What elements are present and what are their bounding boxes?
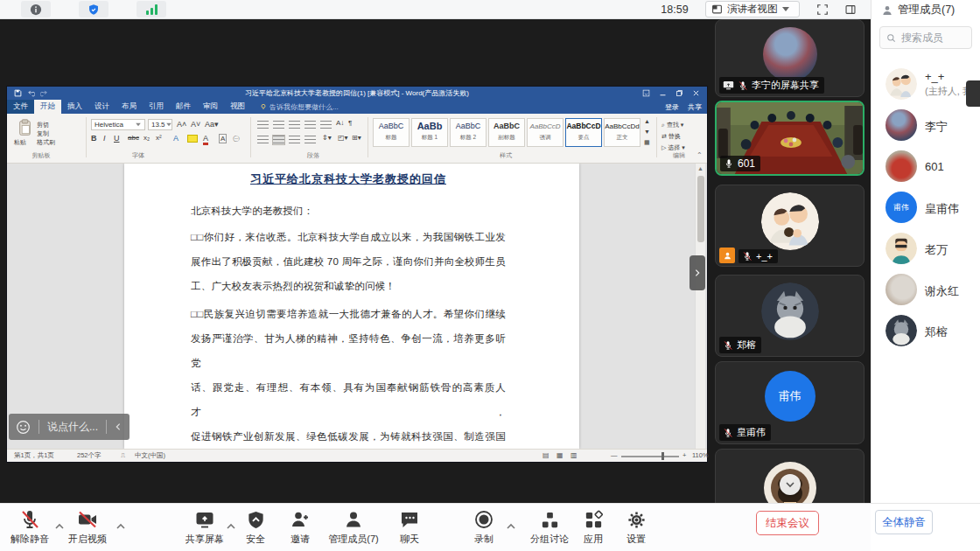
scroll-up-arrow[interactable]: ▲	[696, 164, 705, 174]
tab-view[interactable]: 视图	[224, 100, 251, 114]
style-emphasis[interactable]: AaBbCcD强调	[527, 118, 564, 147]
subscript-button[interactable]: x₂	[144, 134, 150, 142]
member-row[interactable]: 郑榕	[872, 315, 980, 353]
format-painter-button[interactable]: 格式刷	[37, 138, 55, 147]
record-options-chevron[interactable]	[506, 518, 516, 534]
member-row[interactable]: 甫伟 皇甫伟	[872, 192, 980, 230]
multilevel-list-button[interactable]	[289, 121, 300, 129]
proofing-icon[interactable]: ⎍	[121, 450, 125, 462]
justify-button[interactable]	[304, 136, 316, 144]
tab-file[interactable]: 文件	[7, 100, 34, 114]
mute-all-button[interactable]: 全体静音	[875, 510, 933, 534]
shading-button[interactable]: ◰▾	[338, 134, 348, 142]
text-effects-button[interactable]: A	[173, 134, 178, 143]
styles-more[interactable]: ▦	[644, 139, 650, 146]
video-strip-collapse-handle[interactable]	[690, 255, 705, 290]
document-page[interactable]: 习近平给北京科技大学老教授的回信 北京科技大学的老教授们： □□你们好，来信收悉…	[124, 164, 579, 449]
bullets-button[interactable]	[257, 121, 269, 129]
emoji-icon[interactable]	[16, 420, 31, 435]
style-heading[interactable]: AaBbC标题	[373, 118, 410, 147]
tell-me-box[interactable]: 告诉我你想要做什么...	[260, 100, 339, 114]
replace-button[interactable]: ⇄ 替换	[662, 132, 681, 141]
scrollbar-thumb[interactable]	[697, 176, 704, 242]
member-row[interactable]: 601	[872, 150, 980, 189]
copy-button[interactable]: 复制	[37, 129, 49, 138]
numbering-button[interactable]	[273, 121, 284, 129]
invite-button[interactable]: 邀请	[272, 508, 328, 546]
style-subtitle[interactable]: AaBbC副标题	[488, 118, 525, 147]
word-share[interactable]: 共享	[688, 102, 702, 112]
scroll-tiles-down-button[interactable]	[780, 474, 801, 495]
video-tile-host[interactable]: +_+	[715, 185, 864, 267]
zoom-in-button[interactable]: +	[682, 450, 686, 462]
bold-button[interactable]: B	[91, 134, 97, 143]
underline-button[interactable]: U	[114, 134, 120, 143]
style-heading2[interactable]: AaBbC标题 2	[450, 118, 486, 147]
manage-members-button[interactable]: 管理成员(7)	[326, 508, 382, 546]
zoom-level[interactable]: 110%	[692, 450, 709, 462]
web-layout-icon[interactable]: ▥	[570, 450, 578, 462]
settings-button[interactable]: 设置	[608, 508, 664, 546]
side-panel-toggle-button[interactable]	[840, 1, 861, 17]
collapse-chat-icon[interactable]	[114, 422, 122, 431]
member-search-box[interactable]	[879, 26, 972, 49]
zoom-out-button[interactable]: —	[611, 450, 618, 462]
zoom-slider[interactable]	[621, 456, 679, 457]
member-row-host[interactable]: +_+ (主持人, 我	[872, 68, 980, 107]
decrease-indent-button[interactable]	[304, 121, 316, 129]
italic-button[interactable]: I	[103, 134, 106, 143]
member-row[interactable]: 李宁	[872, 109, 980, 148]
video-tile-huangfuwei[interactable]: 甫伟 皇甫伟	[715, 361, 864, 444]
start-video-button[interactable]: 开启视频	[60, 508, 116, 546]
character-shading-button[interactable]: A	[219, 134, 227, 143]
zoom-slider-thumb[interactable]	[662, 452, 664, 460]
page-indicator[interactable]: 第1页，共1页	[14, 450, 54, 462]
highlight-color-button[interactable]	[187, 135, 198, 143]
style-intense[interactable]: AaBbCcD要点	[565, 118, 602, 147]
word-sign-in[interactable]: 登录	[665, 102, 679, 112]
video-tile-601[interactable]: 601	[715, 101, 864, 176]
video-options-chevron[interactable]	[116, 518, 126, 534]
borders-button[interactable]: ⊞▾	[352, 134, 361, 142]
tab-layout[interactable]: 布局	[116, 100, 143, 114]
chat-quick-bar[interactable]: 说点什么...	[9, 414, 130, 440]
member-row[interactable]: 谢永红	[872, 274, 980, 312]
tab-mailings[interactable]: 邮件	[170, 100, 197, 114]
member-row[interactable]: 老万	[872, 233, 980, 271]
video-tile-lining-share[interactable]: 李宁的屏幕共享	[715, 19, 864, 97]
network-quality-button[interactable]	[136, 1, 166, 17]
read-mode-icon[interactable]: ▤	[542, 450, 550, 462]
enclose-characters-button[interactable]: ㊀	[233, 134, 240, 143]
tab-design[interactable]: 设计	[88, 100, 116, 114]
print-layout-icon[interactable]: ▦	[556, 450, 564, 462]
paste-icon[interactable]	[18, 119, 32, 136]
sort-button[interactable]: A↓	[336, 119, 344, 127]
increase-indent-button[interactable]	[320, 121, 332, 129]
word-count[interactable]: 252个字	[77, 450, 102, 462]
security-status-button[interactable]	[79, 1, 108, 17]
styles-scroll-down[interactable]: ▼	[644, 129, 650, 135]
font-size-select[interactable]: 13.5	[148, 119, 172, 130]
close-icon[interactable]	[692, 89, 700, 97]
line-spacing-button[interactable]: ⇕▾	[322, 134, 332, 142]
tab-review[interactable]: 审阅	[197, 100, 224, 114]
superscript-button[interactable]: x²	[156, 134, 162, 142]
member-search-input[interactable]	[900, 31, 965, 45]
strikethrough-button[interactable]: abc	[128, 134, 139, 142]
collapse-ribbon-button[interactable]: ⌃	[696, 151, 703, 159]
change-case-button[interactable]: Aa▾	[205, 120, 219, 129]
view-mode-button[interactable]: 演讲者视图	[705, 1, 800, 17]
redo-icon[interactable]	[40, 89, 48, 97]
shrink-font-button[interactable]: A˅	[191, 120, 200, 129]
fullscreen-button[interactable]	[812, 1, 833, 17]
align-center-button[interactable]	[273, 136, 284, 144]
language-indicator[interactable]: 中文(中国)	[135, 450, 165, 462]
font-color-button[interactable]: A	[203, 134, 208, 145]
align-right-button[interactable]	[289, 136, 300, 144]
tab-home[interactable]: 开始	[34, 100, 61, 114]
minimize-icon[interactable]	[659, 89, 667, 97]
chat-input-placeholder[interactable]: 说点什么...	[47, 420, 98, 435]
style-normal[interactable]: AaBbCcDd正文	[604, 118, 640, 147]
unmute-button[interactable]: 解除静音	[2, 508, 58, 546]
end-meeting-button[interactable]: 结束会议	[756, 511, 819, 535]
